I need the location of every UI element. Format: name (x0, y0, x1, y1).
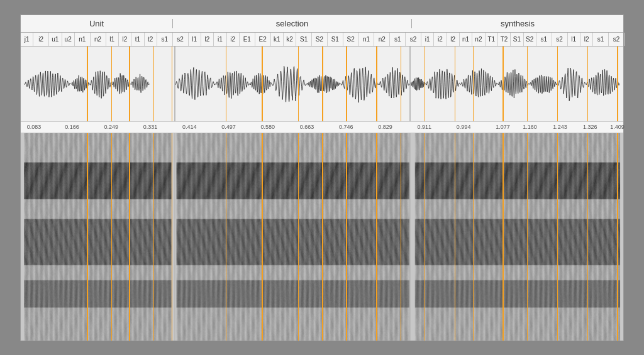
phoneme-cell: u2 (62, 33, 75, 46)
phoneme-cell: s1 (157, 33, 173, 46)
orange-vline-spec (527, 133, 528, 341)
section-headers: Unit selection synthesis (21, 15, 623, 33)
orange-vline-waveform (401, 46, 402, 121)
phoneme-row: j1i2u1u2n1n2l1l2t1t2s1s2l1l2i1i2E1E2k1k2… (21, 33, 623, 46)
orange-vline-waveform (617, 46, 618, 121)
phoneme-cell: n1 (460, 33, 472, 46)
phoneme-cell: E1 (240, 33, 255, 46)
waveform-path (272, 66, 306, 102)
phoneme-cell: T2 (498, 33, 511, 46)
orange-vline-spec (376, 133, 377, 341)
timeline-tick: 1.326 (583, 124, 597, 130)
waveform-path (174, 67, 215, 99)
orange-vline-waveform (262, 46, 263, 121)
section-synthesis-label: synthesis (412, 19, 623, 28)
phoneme-cell: n2 (374, 33, 390, 46)
phoneme-cell: l2 (119, 33, 131, 46)
phoneme-cell: S2 (524, 33, 536, 46)
timeline-tick: 0.994 (457, 124, 471, 130)
phoneme-cell: k1 (271, 33, 284, 46)
orange-vline-waveform (298, 46, 299, 121)
timeline-tick: 0.580 (261, 124, 275, 130)
orange-vline-spec (111, 133, 113, 341)
phoneme-cell: l1 (106, 33, 119, 46)
phoneme-cell: s2 (609, 33, 625, 46)
orange-vline-spec (262, 133, 263, 341)
timeline-tick: 1.243 (553, 124, 567, 130)
section-unit-label: Unit (21, 19, 173, 28)
phoneme-cell: S2 (312, 33, 328, 46)
timeline-tick: 0.497 (221, 124, 236, 130)
orange-vline-spec (401, 133, 402, 341)
orange-vline-waveform (226, 46, 227, 121)
orange-vline-waveform (172, 46, 173, 121)
waveform-path (306, 74, 341, 93)
timeline-tick: 0.746 (339, 124, 353, 130)
timeline-tick: 0.331 (143, 124, 158, 130)
orange-vline-spec (129, 133, 130, 341)
waveform-path (131, 74, 150, 92)
gap-line-spec (409, 133, 411, 341)
waveform-path (112, 73, 131, 94)
spectrogram-area (21, 133, 623, 341)
phoneme-cell: T1 (486, 33, 498, 46)
phoneme-cell: n2 (91, 33, 106, 46)
timeline-tick: 0.249 (104, 124, 118, 130)
orange-vline-waveform (425, 46, 426, 121)
phoneme-cell: s2 (173, 33, 189, 46)
phoneme-cell: s1 (536, 33, 552, 46)
timeline-tick: 0.663 (300, 124, 314, 130)
phoneme-cell: E2 (255, 33, 271, 46)
orange-vline-waveform (153, 46, 155, 121)
orange-vline-spec (502, 133, 504, 341)
orange-vline-waveform (502, 46, 504, 121)
waveform-path (410, 77, 426, 90)
orange-vline-waveform (455, 46, 456, 121)
timeline-tick: 1.077 (496, 124, 510, 130)
phoneme-cell: u1 (49, 33, 62, 46)
waveform-path (250, 73, 272, 94)
phoneme-cell: n1 (75, 33, 91, 46)
timeline-tick: 1.409 (610, 124, 625, 130)
phoneme-cell: s1 (593, 33, 609, 46)
timeline-tick: 0.829 (378, 124, 392, 130)
orange-vline-waveform (129, 46, 130, 121)
orange-vline-spec (425, 133, 426, 341)
waveform-area (21, 46, 623, 122)
phoneme-cell: l2 (580, 33, 593, 46)
orange-vline-spec (473, 133, 474, 341)
orange-vline-spec (587, 133, 589, 341)
waveform-path (460, 68, 498, 97)
phoneme-cell: S1 (296, 33, 312, 46)
section-selection-label: selection (173, 19, 412, 28)
orange-vline-spec (153, 133, 155, 341)
main-panel: Unit selection synthesis j1i2u1u2n1n2l1l… (20, 14, 624, 341)
waveform-path (215, 70, 250, 98)
phoneme-cell: t2 (145, 33, 157, 46)
orange-vline-waveform (111, 46, 113, 121)
timeline-tick: 1.160 (523, 124, 537, 130)
orange-vline-waveform (587, 46, 589, 121)
phoneme-cell: S2 (343, 33, 359, 46)
orange-vline-waveform (527, 46, 528, 121)
orange-vline-spec (87, 133, 88, 341)
orange-vline-waveform (346, 46, 347, 121)
waveform-path (529, 75, 557, 94)
orange-vline-spec (455, 133, 456, 341)
gap-line-spec (174, 133, 175, 341)
orange-vline-spec (226, 133, 227, 341)
waveform-path (24, 70, 71, 97)
orange-vline-waveform (473, 46, 474, 121)
timeline-row: 0.0830.1660.2490.3310.4140.4970.5800.663… (21, 122, 623, 133)
orange-vline-waveform (322, 46, 323, 121)
orange-vline-waveform (376, 46, 377, 121)
orange-vline-waveform (557, 46, 558, 121)
phoneme-cell: l2 (201, 33, 214, 46)
phoneme-cell: n2 (472, 33, 485, 46)
phoneme-cell: n1 (359, 33, 375, 46)
phoneme-cell: i1 (421, 33, 434, 46)
orange-vline-spec (322, 133, 323, 341)
timeline-tick: 0.911 (418, 124, 432, 130)
phoneme-cell: i2 (434, 33, 447, 46)
phoneme-cell: t1 (131, 33, 144, 46)
